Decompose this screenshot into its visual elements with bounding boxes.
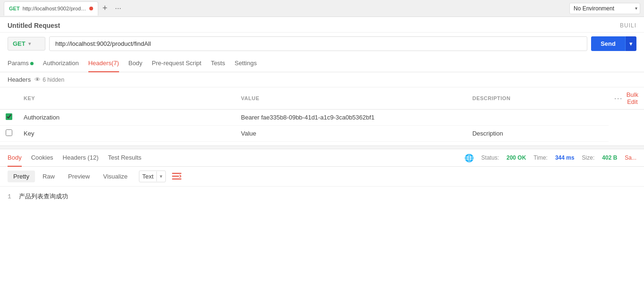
response-status: 🌐 Status: 200 OK Time: 344 ms Size: 402 … — [464, 150, 636, 166]
wrap-button[interactable] — [172, 172, 182, 181]
tab-pre-request[interactable]: Pre-request Script — [152, 55, 201, 72]
response-toolbar: Pretty Raw Preview Visualize Text ▾ — [0, 167, 644, 187]
tab-settings[interactable]: Settings — [234, 55, 257, 72]
more-tabs-button[interactable]: ··· — [112, 2, 125, 15]
tab-tests[interactable]: Tests — [211, 55, 225, 72]
tab-params[interactable]: Params — [8, 55, 34, 72]
table-more-button[interactable]: ··· — [614, 94, 623, 103]
time-label: Time: — [533, 154, 548, 161]
tab-method: GET — [9, 6, 20, 11]
resp-tab-cookies[interactable]: Cookies — [31, 149, 53, 167]
status-label: Status: — [481, 154, 499, 161]
method-value: GET — [13, 40, 26, 47]
resp-format-preview[interactable]: Preview — [62, 171, 95, 182]
tab-authorization[interactable]: Authorization — [43, 55, 79, 72]
resp-tab-body[interactable]: Body — [8, 149, 22, 167]
new-tab-button[interactable]: + — [98, 2, 112, 15]
response-tabs-bar: Body Cookies Headers (12) Test Results 🌐… — [0, 149, 644, 167]
eye-icon: 👁 — [34, 76, 41, 83]
line-number-1: 1 — [8, 193, 11, 200]
headers-badge: (7) — [112, 60, 119, 67]
method-selector[interactable]: GET ▾ — [8, 37, 45, 51]
tab-body[interactable]: Body — [129, 55, 143, 72]
status-value: 200 OK — [507, 154, 526, 161]
send-group: Send ▾ — [591, 36, 636, 51]
section-divider — [0, 145, 644, 149]
row-2-checkbox-cell — [0, 126, 18, 142]
size-value: 402 B — [602, 154, 617, 161]
size-label: Size: — [582, 154, 595, 161]
time-value: 344 ms — [555, 154, 575, 161]
tab-modified-dot — [89, 7, 93, 10]
response-body: 1产品列表查询成功 — [0, 187, 644, 206]
wrap-icon — [172, 172, 181, 181]
method-chevron-icon: ▾ — [28, 41, 31, 46]
row-2-value[interactable]: Value — [235, 126, 467, 142]
active-browser-tab[interactable]: GET http://localhost:9002/product/fi... — [4, 1, 98, 16]
row-1-value[interactable]: Bearer fae335b8-09bb-41d1-a1c9-3ca0b5362… — [235, 110, 467, 126]
bulk-edit-button[interactable]: Bulk Edit — [627, 91, 638, 105]
format-select[interactable]: Text — [139, 171, 156, 182]
row-checkbox-cell — [0, 110, 18, 126]
row-1-key[interactable]: Authorization — [18, 110, 235, 126]
table-row: Authorization Bearer fae335b8-09bb-41d1-… — [0, 110, 644, 126]
format-select-wrapper: Text ▾ — [139, 171, 166, 182]
headers-table: KEY VALUE DESCRIPTION ··· Bulk Edit Auth… — [0, 87, 644, 142]
resp-tab-test-results[interactable]: Test Results — [108, 149, 141, 167]
svg-rect-2 — [172, 179, 181, 179]
tab-url: http://localhost:9002/product/fi... — [23, 6, 86, 11]
env-dropdown[interactable]: No Environment — [569, 3, 640, 14]
environment-selector: No Environment ▾ — [569, 3, 640, 14]
save-response-button[interactable]: Sa... — [625, 154, 636, 161]
resp-format-raw[interactable]: Raw — [37, 171, 60, 182]
build-label: BUILI — [620, 22, 636, 29]
row-1-description[interactable] — [467, 110, 609, 126]
request-header: Untitled Request BUILI — [0, 17, 644, 33]
params-dot — [30, 62, 34, 65]
col-key: KEY — [18, 87, 235, 110]
url-bar: GET ▾ Send ▾ — [0, 33, 644, 55]
hidden-count: 6 hidden — [43, 77, 64, 83]
request-tabs: Params Authorization Headers(7) Body Pre… — [0, 55, 644, 72]
col-checkbox — [0, 87, 18, 110]
row-2-key[interactable]: Key — [18, 126, 235, 142]
request-title: Untitled Request — [8, 22, 60, 29]
row-2-description[interactable]: Description — [467, 126, 609, 142]
row-1-checkbox[interactable] — [6, 113, 12, 120]
response-line-1: 产品列表查询成功 — [19, 193, 68, 200]
headers-section: Headers 👁 6 hidden — [0, 72, 644, 87]
tab-bar: GET http://localhost:9002/product/fi... … — [0, 0, 644, 17]
col-value: VALUE — [235, 87, 467, 110]
url-input[interactable] — [49, 36, 587, 51]
resp-format-pretty[interactable]: Pretty — [8, 171, 35, 182]
env-dropdown-wrapper: No Environment ▾ — [569, 3, 640, 14]
headers-label: Headers — [8, 76, 31, 83]
table-row: Key Value Description — [0, 126, 644, 142]
row-2-checkbox[interactable] — [6, 129, 12, 136]
svg-rect-1 — [172, 176, 179, 177]
tab-headers[interactable]: Headers(7) — [88, 55, 119, 72]
send-button[interactable]: Send — [591, 36, 625, 51]
resp-format-visualize[interactable]: Visualize — [97, 171, 133, 182]
svg-rect-0 — [172, 173, 181, 174]
headers-table-container: KEY VALUE DESCRIPTION ··· Bulk Edit Auth… — [0, 87, 644, 142]
format-chevron-icon[interactable]: ▾ — [156, 171, 165, 181]
globe-icon: 🌐 — [464, 154, 474, 162]
hidden-headers-toggle[interactable]: 👁 6 hidden — [34, 76, 64, 83]
col-description: DESCRIPTION — [467, 87, 609, 110]
resp-tab-headers[interactable]: Headers (12) — [63, 149, 99, 167]
send-dropdown-button[interactable]: ▾ — [625, 36, 636, 51]
col-actions: ··· Bulk Edit — [609, 87, 644, 110]
